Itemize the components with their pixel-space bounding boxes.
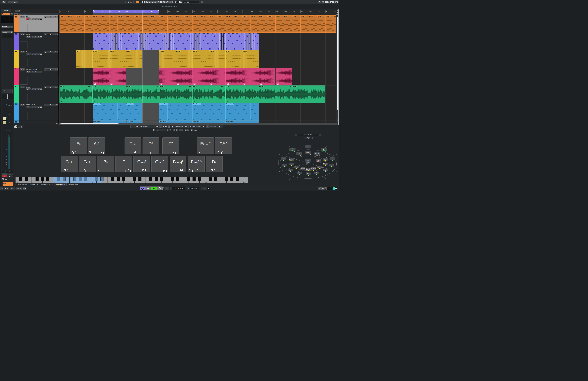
svg-text:F: F [292, 148, 293, 150]
svg-text:II: II [300, 155, 301, 156]
svg-text:Amin: Amin [306, 151, 310, 153]
svg-text:Bmin: Bmin [323, 158, 327, 160]
svg-text:A: A [331, 164, 332, 166]
svg-text:C: C [307, 145, 309, 147]
svg-text:Fmin: Fmin [295, 166, 298, 168]
svg-text:VII: VII [320, 162, 321, 163]
svg-text:D: D [332, 158, 333, 159]
svg-text:E: E [325, 169, 326, 171]
svg-text:Ebmin: Ebmin [306, 168, 311, 170]
svg-text:C: C [307, 160, 309, 162]
svg-text:Dmin: Dmin [297, 152, 301, 154]
svg-text:Ab: Ab [290, 169, 292, 171]
svg-text:Bdim: Bdim [316, 160, 320, 161]
svg-text:Eb: Eb [284, 164, 285, 166]
svg-text:Gb: Gb [307, 173, 309, 175]
svg-text:Bbmin: Bbmin [301, 168, 305, 169]
svg-text:Emin: Emin [315, 152, 319, 154]
svg-text:VI: VI [310, 154, 311, 155]
svg-text:IV: IV [294, 150, 295, 152]
svg-text:Bb: Bb [283, 158, 284, 159]
svg-text:C#min: C#min [318, 166, 322, 168]
svg-text:Gmin: Gmin [289, 159, 293, 160]
svg-text:B: B [316, 172, 317, 174]
svg-text:I: I [310, 148, 310, 149]
svg-text:G#min: G#min [311, 168, 316, 169]
svg-text:Cmin: Cmin [289, 163, 293, 165]
svg-text:Db: Db [298, 172, 300, 174]
svg-text:III: III [319, 155, 320, 156]
svg-text:F#min: F#min [323, 163, 327, 165]
svg-text:G: G [323, 148, 324, 150]
svg-text:V: V [325, 150, 326, 152]
